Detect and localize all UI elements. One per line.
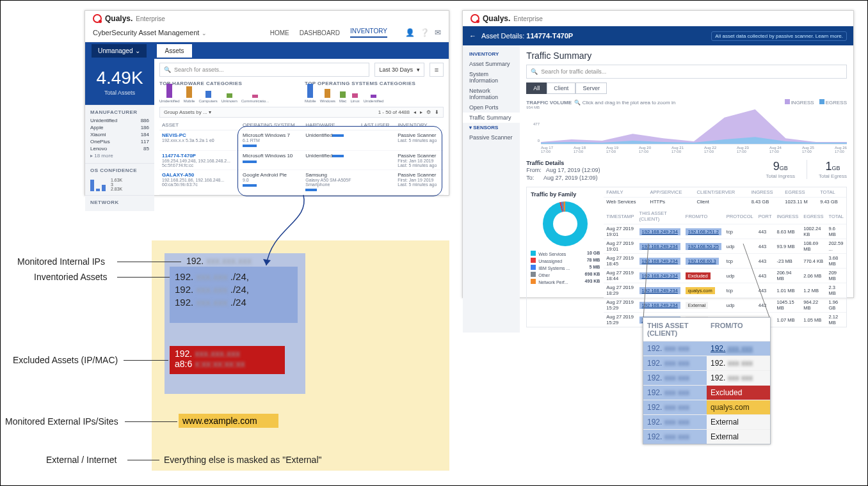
cat-bar[interactable]: Unidentified: [159, 84, 180, 103]
tab-assets[interactable]: Assets: [157, 44, 191, 58]
user-icon[interactable]: 👤: [405, 28, 415, 37]
asset-row[interactable]: 114774-T470P169.254.149.248, 192.168.248…: [159, 151, 444, 170]
assets-table: ASSETOPERATING SYSTEMHARDWARELAST USERIN…: [159, 120, 444, 195]
zoom-col-asset: THIS ASSET (CLIENT): [643, 318, 707, 341]
nav-home[interactable]: HOME: [270, 29, 289, 36]
traffic-detail-table: TIMESTAMPTHIS ASSET (CLIENT)FROM/TOPROTO…: [604, 208, 846, 327]
os-cat-title: TOP OPERATING SYSTEMS CATEGORIES: [305, 81, 444, 86]
mfr-row[interactable]: Unidentified886: [90, 117, 149, 124]
side-open-ports[interactable]: Open Ports: [463, 102, 520, 113]
family-summary-table: FAMILYAPP/SERVICECLIENT/SERVERINGRESSEGR…: [604, 187, 846, 206]
seg-all[interactable]: All: [526, 82, 547, 94]
date-filter[interactable]: Last 30 Days▾: [374, 63, 424, 77]
seg-server[interactable]: Server: [575, 82, 607, 94]
cat-bar[interactable]: Unknown: [221, 93, 237, 103]
monitored-ip: 192. xxx.xxx.xxx: [186, 256, 252, 266]
paging-text: 1 - 50 of 4488: [378, 109, 410, 115]
mfr-row[interactable]: Lenovo85: [90, 145, 149, 152]
top-nav: CyberSecurity Asset Management⌄ HOME DAS…: [85, 26, 449, 42]
cat-bar[interactable]: Computers: [198, 91, 217, 103]
traffic-row[interactable]: Aug 27 2019 19:01192.168.249.234192.168.…: [604, 224, 846, 239]
nav-inventory[interactable]: INVENTORY: [350, 27, 387, 38]
zoom-row: 192. xxx xxxExternal: [643, 414, 770, 429]
zoom-row: 192. xxx xxx192. xxx xxx: [643, 341, 770, 356]
seg-client[interactable]: Client: [547, 82, 575, 94]
download-icon[interactable]: ⬇: [435, 109, 439, 115]
left-sidebar: 4.49K Total Assets MANUFACTURER Unidenti…: [85, 59, 154, 211]
zoom-col-fromto: FROM/TO: [707, 318, 770, 341]
side-network-info[interactable]: Network Information: [463, 86, 520, 102]
detail-title: Asset Details: 114774-T470P: [481, 32, 573, 40]
detail-title-bar: ← Asset Details: 114774-T470P All asset …: [463, 26, 853, 45]
traffic-row[interactable]: Aug 27 2019 18:29192.168.249.234qualys.c…: [604, 283, 846, 298]
side-traffic-summary[interactable]: Traffic Summary: [463, 113, 520, 123]
qualys-logo-icon: [470, 14, 479, 23]
brand-suffix: Enterprise: [136, 15, 165, 22]
segmented-control: All Client Server: [526, 82, 847, 94]
mfr-row[interactable]: OnePlus117: [90, 138, 149, 145]
search-input[interactable]: 🔍Search for assets...: [159, 63, 369, 77]
label-external: External / Internet: [46, 455, 117, 465]
osconf-title: OS CONFIDENCE: [90, 168, 149, 173]
cat-bar[interactable]: Mobile: [184, 86, 195, 103]
mfr-row[interactable]: Xiaomi184: [90, 131, 149, 138]
total-assets-value: 4.49K: [85, 68, 154, 88]
side-system-info[interactable]: System Information: [463, 69, 520, 86]
prev-page[interactable]: ◂: [414, 109, 416, 115]
manufacturer-title: MANUFACTURER: [90, 109, 149, 115]
zoom-row: 192. xxx xxxExcluded: [643, 385, 770, 400]
label-external-note: Everything else is masked as "External": [164, 455, 322, 465]
module-switcher[interactable]: CyberSecurity Asset Management⌄: [93, 29, 207, 36]
group-by[interactable]: Group Assets by ... ▾: [164, 109, 211, 115]
diagram-external-site: www.example.com: [179, 414, 278, 428]
family-donut-chart: [543, 201, 588, 246]
cat-bar[interactable]: Mobile: [305, 84, 316, 103]
page-title: Traffic Summary: [526, 51, 847, 61]
osconf-bars: [90, 177, 106, 191]
next-page[interactable]: ▸: [420, 109, 422, 115]
traffic-row[interactable]: Aug 27 2019 18:45192.168.249.234192.168.…: [604, 254, 846, 269]
zoom-row: 192. xxx xxx192. xxx xxx: [643, 356, 770, 370]
view-toggle[interactable]: ≡: [430, 63, 444, 77]
total-egress: 1GBTotal Egress: [819, 160, 847, 179]
label-excluded: Excluded Assets (IP/MAC): [13, 355, 118, 365]
cat-bar[interactable]: Unidentified: [364, 95, 384, 103]
traffic-row[interactable]: Aug 27 2019 15:29192.168.249.234External…: [604, 298, 846, 313]
traffic-row[interactable]: Aug 27 2019 18:44192.168.249.234Excluded…: [604, 269, 846, 283]
traffic-volume-title: TRAFFIC VOLUME: [526, 100, 572, 106]
cat-bar[interactable]: Windows: [320, 89, 335, 103]
chart-legend: INGRESS EGRESS: [785, 99, 847, 106]
chevron-down-icon: ⌄: [135, 47, 140, 54]
cat-bar[interactable]: Linux: [350, 93, 359, 103]
zoom-row: 192. xxx xxxExternal: [643, 429, 770, 444]
settings-icon[interactable]: ⚙: [426, 109, 431, 115]
total-assets-card: 4.49K Total Assets: [85, 59, 154, 105]
side-asset-summary[interactable]: Asset Summary: [463, 59, 520, 69]
zoom-row: 192. xxx xxxqualys.com: [643, 400, 770, 414]
inventoried-ips: 192. xxx.xxx ./24, 192. xxx.xxx ./24, 19…: [175, 270, 249, 309]
traffic-volume-chart[interactable]: [541, 107, 847, 145]
network-title: NETWORK: [90, 200, 149, 205]
total-ingress: 9GBTotal Ingress: [766, 160, 795, 179]
see-more[interactable]: ▸ 18 more: [90, 153, 113, 159]
traffic-details-title: Traffic Details: [526, 160, 600, 166]
back-arrow-icon[interactable]: ←: [469, 32, 476, 40]
cat-bar[interactable]: Mac: [339, 91, 346, 103]
svg-marker-0: [541, 109, 847, 144]
zoom-row: 192. xxx xxx192. xxx xxx: [643, 370, 770, 385]
side-passive-scanner[interactable]: Passive Scanner: [463, 132, 520, 143]
label-inventoried: Inventoried Assets: [34, 272, 107, 282]
cat-bar[interactable]: Communicatio...: [241, 95, 269, 103]
asset-row[interactable]: GALAXY-A50192.168.251.86, 192.168.248...…: [159, 170, 444, 195]
traffic-search-input[interactable]: 🔍Search for traffic details...: [526, 65, 847, 79]
mfr-row[interactable]: Apple186: [90, 124, 149, 131]
brand-name: Qualys.: [105, 14, 133, 23]
nav-dashboard[interactable]: DASHBOARD: [300, 29, 340, 36]
passive-banner[interactable]: All asset data collected by passive scan…: [711, 31, 847, 41]
brand-bar: Qualys. Enterprise: [463, 11, 853, 26]
mail-icon[interactable]: ✉: [435, 28, 441, 37]
filter-unmanaged[interactable]: Unmanaged⌄: [92, 44, 147, 58]
help-icon[interactable]: ❔: [420, 28, 430, 37]
asset-row[interactable]: NEVIS-PC192.xxx.x.x 5.3a 5.2a 1 e0 Micro…: [159, 130, 444, 151]
traffic-row[interactable]: Aug 27 2019 19:01192.168.249.234192.168.…: [604, 239, 846, 254]
